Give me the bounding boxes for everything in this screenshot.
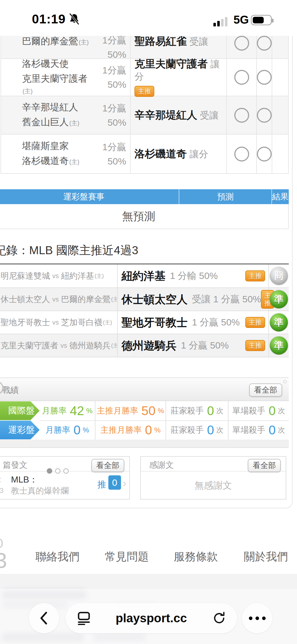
ellipsis-icon xyxy=(249,616,266,620)
post-list-item[interactable]: ‹ 03 MLB： 教士真的爆幹爛 推 0 › xyxy=(0,472,129,498)
stats-row-sport-lottery: 運彩盤 月勝率0% 主推月勝率0% 莊家殺手0次 單場殺手0次 xyxy=(0,420,289,440)
record-pick: 休士頓太空人 xyxy=(122,292,188,307)
stats-header: 戰績 xyxy=(0,377,289,401)
posts-card-title: 篇發文 xyxy=(3,459,28,471)
pick-circle[interactable] xyxy=(257,108,272,123)
pick-circle[interactable] xyxy=(234,70,249,85)
outcome-hit-badge: 準 xyxy=(270,313,288,331)
predictions-table: 巴爾的摩金鶯(主) 1分贏 50% 聖路易紅雀受讓 洛杉磯天使 克里夫蘭守護者(… xyxy=(1,20,289,174)
table-row: 洛杉磯天使 克里夫蘭守護者(主) 1分贏 50% 克里夫蘭守護者讓分 主推 xyxy=(1,58,288,96)
prediction-text: 聖路易紅雀受讓 xyxy=(134,35,226,48)
browser-toolbar: playsport.cc xyxy=(0,589,297,644)
record-result-text: 1 分贏 50% xyxy=(192,316,240,329)
main-pick-badge: 主推 xyxy=(245,340,265,351)
post-subtitle: 教士真的爆幹爛 xyxy=(11,485,69,497)
footer-link-about[interactable]: 關於我們 xyxy=(244,549,288,564)
outcome-hit-badge: 準 xyxy=(270,290,288,308)
thanks-card-title: 感謝文 xyxy=(149,459,174,471)
record-pick: 紐約洋基 xyxy=(122,268,166,284)
international-board-label: 國際盤 xyxy=(0,401,40,420)
record-result-text: 1 分輸 50% xyxy=(170,270,218,282)
record-row: 聖地牙哥教士vs芝加哥白襪(主) 聖地牙哥教士 1 分贏 50% 主推 準 xyxy=(0,311,289,334)
screen: 巴爾的摩金鶯(主) 1分贏 50% 聖路易紅雀受讓 洛杉磯天使 克里夫蘭守護者(… xyxy=(0,0,297,644)
prediction-text: 克里夫蘭守護者讓分 xyxy=(134,58,226,83)
footer-link-contact[interactable]: 聯絡我們 xyxy=(35,549,79,564)
away-team: 辛辛那堤紅人 xyxy=(22,101,97,113)
prediction-text: 洛杉磯道奇讓分 xyxy=(134,148,226,160)
carousel-dots[interactable] xyxy=(47,468,69,474)
home-team: 舊金山巨人(主) xyxy=(22,116,97,129)
chevron-left-icon xyxy=(38,611,50,625)
away-team: 洛杉磯天使 xyxy=(22,58,97,69)
pick-circle[interactable] xyxy=(234,108,249,123)
record-row: 休士頓太空人vs巴爾的摩金鶯(主) 休士頓太空人 受讓 1 分贏 50% 主推 … xyxy=(0,287,289,311)
post-date-partial: 03 xyxy=(0,486,4,495)
record-result-text: 1 分贏 50% xyxy=(181,339,229,352)
away-team: 堪薩斯皇家 xyxy=(22,140,97,152)
home-suffix: (主) xyxy=(79,39,89,46)
status-bar: 01:19 5G xyxy=(0,0,297,36)
sport-lottery-board-label: 運彩盤 xyxy=(0,421,40,439)
refresh-icon[interactable] xyxy=(212,611,226,625)
back-button[interactable] xyxy=(29,603,59,633)
outcome-miss-badge: 冏 xyxy=(270,267,288,285)
panel-corner-dot xyxy=(283,380,287,383)
push-count-badge: 0 xyxy=(108,475,121,490)
stats-row-international: 國際盤 月勝率42% 主推月勝率50% 莊家殺手0次 單場殺手0次 xyxy=(0,401,289,420)
stats-view-all-button[interactable]: 看全部 xyxy=(249,383,282,397)
push-label: 推 xyxy=(97,479,106,491)
prediction-text: 辛辛那堤紅人受讓 xyxy=(134,109,226,121)
matchup: 休士頓太空人vs巴爾的摩金鶯(主) xyxy=(0,288,118,311)
matchup: 克里夫蘭守護者vs德州遊騎兵(主) xyxy=(0,334,118,357)
footer-link-terms[interactable]: 服務條款 xyxy=(174,549,218,564)
url-text: playsport.cc xyxy=(65,611,237,625)
chevron-right-icon[interactable]: › xyxy=(123,477,126,489)
pick-circle[interactable] xyxy=(257,36,272,51)
bell-slash-icon xyxy=(68,13,81,26)
table-row: 辛辛那堤紅人 舊金山巨人(主) 1分贏 50% 辛辛那堤紅人受讓 xyxy=(1,96,288,134)
main-pick-badge: 主推 xyxy=(134,86,154,97)
pick-circle[interactable] xyxy=(257,70,272,85)
footer-link-faq[interactable]: 常見問題 xyxy=(105,549,149,564)
pick-circle[interactable] xyxy=(257,147,272,161)
clock: 01:19 xyxy=(32,12,66,26)
main-pick-badge: 主推 xyxy=(245,317,265,328)
address-bar[interactable]: playsport.cc xyxy=(65,603,237,633)
record-percent: 1分贏 50% xyxy=(97,59,130,96)
posts-view-all-button[interactable]: 看全部 xyxy=(91,459,124,472)
pick-circle[interactable] xyxy=(234,147,249,161)
more-options-button[interactable] xyxy=(242,603,272,633)
no-prediction-message: 無預測 xyxy=(0,204,289,229)
home-team: 洛杉磯道奇(主) xyxy=(22,155,97,168)
divider xyxy=(40,420,289,421)
column-header-result: 結果 xyxy=(271,189,289,204)
record-pick: 聖地牙哥教士 xyxy=(122,315,188,330)
record-table: 明尼蘇達雙城vs紐約洋基(主) 紐約洋基 1 分輸 50% 主推 冏 休士頓太空… xyxy=(0,264,289,357)
carousel-left-arrow-icon[interactable]: ‹ xyxy=(0,473,1,486)
battery-icon xyxy=(251,15,272,25)
matchup: 聖地牙哥教士vs芝加哥白襪(主) xyxy=(0,311,118,334)
thanks-card: 感謝文 看全部 無感謝文 xyxy=(140,456,286,500)
sport-lottery-header: 運彩盤賽事 預測 結果 xyxy=(0,189,289,204)
stats-title: 戰績 xyxy=(2,385,19,396)
pick-circle[interactable] xyxy=(234,36,249,51)
posts-card: 篇發文 看全部 ‹ 03 MLB： 教士真的爆幹爛 推 0 › xyxy=(0,456,130,500)
column-header-event: 運彩盤賽事 xyxy=(0,189,179,204)
footer-partial-number: 3 xyxy=(0,548,7,573)
matchup: 明尼蘇達雙城vs紐約洋基(主) xyxy=(0,264,118,287)
outcome-hit-badge: 準 xyxy=(270,336,288,355)
network-type: 5G xyxy=(233,13,249,26)
record-row: 明尼蘇達雙城vs紐約洋基(主) 紐約洋基 1 分輸 50% 主推 冏 xyxy=(0,264,289,287)
cellular-signal-icon xyxy=(213,17,230,26)
post-title: MLB： xyxy=(11,474,38,486)
no-thanks-message: 無感謝文 xyxy=(141,472,286,500)
stats-footer-strip xyxy=(0,440,289,448)
column-header-prediction: 預測 xyxy=(179,189,271,204)
home-team: 克里夫蘭守護者(主) xyxy=(22,73,97,97)
record-row: 克里夫蘭守護者vs德州遊騎兵(主) 德州遊騎兵 1 分贏 50% 主推 準 xyxy=(0,334,289,357)
main-pick-badge: 主推 xyxy=(245,270,265,281)
record-pick: 德州遊騎兵 xyxy=(122,338,177,353)
record-section-title: 紀錄：MLB 國際主推近4過3 xyxy=(0,243,138,257)
thanks-view-all-button[interactable]: 看全部 xyxy=(248,459,281,472)
record-percent: 1分贏 50% xyxy=(97,96,130,134)
